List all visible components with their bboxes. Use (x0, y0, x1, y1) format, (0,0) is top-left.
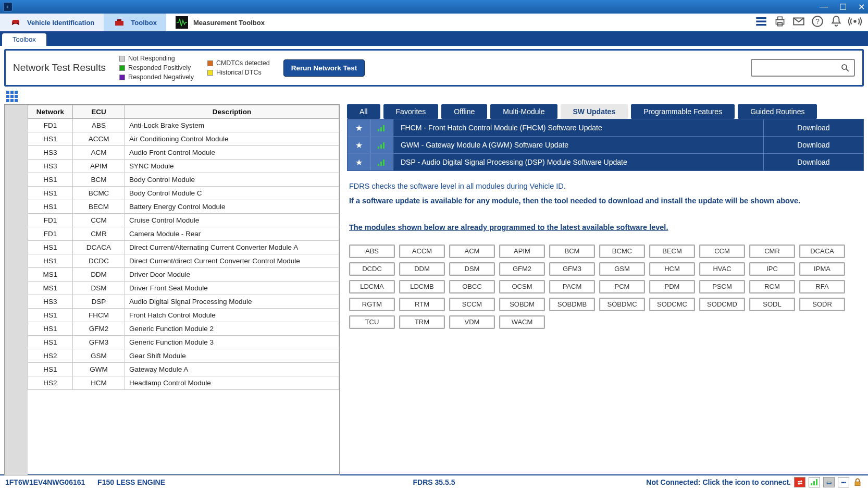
status-signal-icon[interactable] (809, 477, 820, 487)
col-network[interactable]: Network (28, 105, 73, 119)
module-chip[interactable]: PDM (649, 280, 695, 294)
window-maximize-button[interactable]: ☐ (839, 2, 847, 12)
module-chip[interactable]: SCCM (449, 298, 495, 311)
grid-view-icon[interactable] (6, 91, 18, 102)
table-row[interactable]: FD1CCMCruise Control Module (28, 214, 339, 227)
table-row[interactable]: HS1DCACADirect Current/Alternating Curre… (28, 241, 339, 254)
table-row[interactable]: HS3ACMAudio Front Control Module (28, 146, 339, 160)
window-minimize-button[interactable]: — (820, 2, 828, 12)
col-ecu[interactable]: ECU (73, 105, 125, 119)
table-row[interactable]: HS1BCMCBody Control Module C (28, 187, 339, 200)
module-chip[interactable]: GFM3 (549, 262, 595, 276)
module-chip[interactable]: BCMC (599, 244, 645, 258)
module-chip[interactable]: BCM (549, 244, 595, 258)
print-icon[interactable] (773, 15, 787, 30)
module-chip[interactable]: RFA (799, 280, 845, 294)
favorite-star-icon[interactable]: ★ (348, 119, 370, 136)
wireless-icon[interactable] (848, 15, 862, 30)
table-row[interactable]: HS1FHCMFront Hatch Control Module (28, 309, 339, 322)
module-chip[interactable]: DCDC (349, 262, 395, 276)
module-chip[interactable]: PCM (599, 280, 645, 294)
module-chip[interactable]: ACCM (399, 244, 445, 258)
search-input[interactable] (751, 59, 855, 77)
module-chip[interactable]: DCACA (799, 244, 845, 258)
table-row[interactable]: HS1ACCMAir Conditioning Control Module (28, 132, 339, 146)
download-button[interactable]: Download (763, 119, 863, 136)
col-description[interactable]: Description (125, 105, 339, 119)
tab-sw-updates[interactable]: SW Updates (561, 104, 628, 119)
download-button[interactable]: Download (763, 137, 863, 153)
table-row[interactable]: HS1GWMGateway Module A (28, 363, 339, 376)
module-chip[interactable]: LDCMB (399, 280, 445, 294)
tab-programmable-features[interactable]: Programmable Features (631, 104, 735, 119)
tab-favorites[interactable]: Favorites (383, 104, 439, 119)
module-chip[interactable]: SOBDM (499, 298, 545, 311)
module-chip[interactable]: SODCMC (649, 298, 695, 311)
tab-offline[interactable]: Offline (441, 104, 487, 119)
table-row[interactable]: MS1DDMDriver Door Module (28, 268, 339, 282)
module-chip[interactable]: TRM (399, 315, 445, 329)
module-chip[interactable]: IPMA (799, 262, 845, 276)
module-chip[interactable]: RGTM (349, 298, 395, 311)
table-row[interactable]: HS1GFM3Generic Function Module 3 (28, 336, 339, 349)
rerun-network-test-button[interactable]: Rerun Network Test (283, 59, 365, 77)
module-chip[interactable]: CCM (699, 244, 745, 258)
module-chip[interactable]: VDM (449, 315, 495, 329)
bell-icon[interactable] (829, 15, 843, 30)
module-chip[interactable]: PACM (549, 280, 595, 294)
module-chip[interactable]: HVAC (699, 262, 745, 276)
tab-toolbox[interactable]: Toolbox (2, 33, 46, 46)
help-icon[interactable]: ? (811, 15, 824, 30)
module-chip[interactable]: APIM (499, 244, 545, 258)
favorite-star-icon[interactable]: ★ (348, 137, 370, 153)
table-row[interactable]: HS1BECMBattery Energy Control Module (28, 200, 339, 214)
download-button[interactable]: Download (763, 154, 863, 170)
module-chip[interactable]: OCSM (499, 280, 545, 294)
module-chip[interactable]: SOBDMB (549, 298, 595, 311)
table-row[interactable]: HS3DSPAudio Digital Signal Processing Mo… (28, 295, 339, 309)
module-chip[interactable]: SODR (799, 298, 845, 311)
status-vci-icon[interactable]: ⇄ (794, 477, 805, 487)
table-row[interactable]: HS3APIMSYNC Module (28, 160, 339, 173)
table-row[interactable]: HS2HCMHeadlamp Control Module (28, 376, 339, 390)
status-device-icon[interactable]: ▭ (823, 477, 835, 487)
module-chip[interactable]: RTM (399, 298, 445, 311)
menu-icon[interactable] (754, 15, 768, 30)
ribbon-tab-vehicle-id[interactable]: Vehicle Identification (0, 14, 104, 31)
module-chip[interactable]: TCU (349, 315, 395, 329)
favorite-star-icon[interactable]: ★ (348, 154, 370, 170)
table-row[interactable]: FD1CMRCamera Module - Rear (28, 227, 339, 241)
table-row[interactable]: HS1DCDCDirect Current/direct Current Con… (28, 254, 339, 268)
module-chip[interactable]: OBCC (449, 280, 495, 294)
module-chip[interactable]: SODCMD (699, 298, 745, 311)
module-chip[interactable]: WACM (499, 315, 545, 329)
tab-multi-module[interactable]: Multi-Module (490, 104, 557, 119)
module-chip[interactable]: CMR (749, 244, 795, 258)
table-row[interactable]: FD1ABSAnti-Lock Brake System (28, 119, 339, 132)
module-chip[interactable]: GSM (599, 262, 645, 276)
module-chip[interactable]: SOBDMC (599, 298, 645, 311)
module-chip[interactable]: DDM (399, 262, 445, 276)
status-dots-icon[interactable]: ▪▪▪ (838, 477, 849, 487)
module-chip[interactable]: HCM (649, 262, 695, 276)
module-chip[interactable]: ABS (349, 244, 395, 258)
module-chip[interactable]: PSCM (699, 280, 745, 294)
table-row[interactable]: HS2GSMGear Shift Module (28, 349, 339, 363)
module-chip[interactable]: RCM (749, 280, 795, 294)
tab-all[interactable]: All (347, 104, 380, 119)
lock-icon[interactable] (852, 477, 863, 487)
module-chip[interactable]: LDCMA (349, 280, 395, 294)
module-chip[interactable]: BECM (649, 244, 695, 258)
mail-icon[interactable] (792, 15, 805, 30)
tab-guided-routines[interactable]: Guided Routines (738, 104, 817, 119)
module-chip[interactable]: IPC (749, 262, 795, 276)
window-close-button[interactable]: ✕ (858, 2, 865, 12)
module-chip[interactable]: ACM (449, 244, 495, 258)
ribbon-tab-measurement[interactable]: Measurement Toolbox (166, 14, 274, 31)
table-row[interactable]: HS1GFM2Generic Function Module 2 (28, 322, 339, 336)
ribbon-tab-toolbox[interactable]: Toolbox (104, 14, 166, 31)
module-chip[interactable]: SODL (749, 298, 795, 311)
module-chip[interactable]: DSM (449, 262, 495, 276)
table-row[interactable]: MS1DSMDriver Front Seat Module (28, 282, 339, 295)
table-row[interactable]: HS1BCMBody Control Module (28, 173, 339, 187)
